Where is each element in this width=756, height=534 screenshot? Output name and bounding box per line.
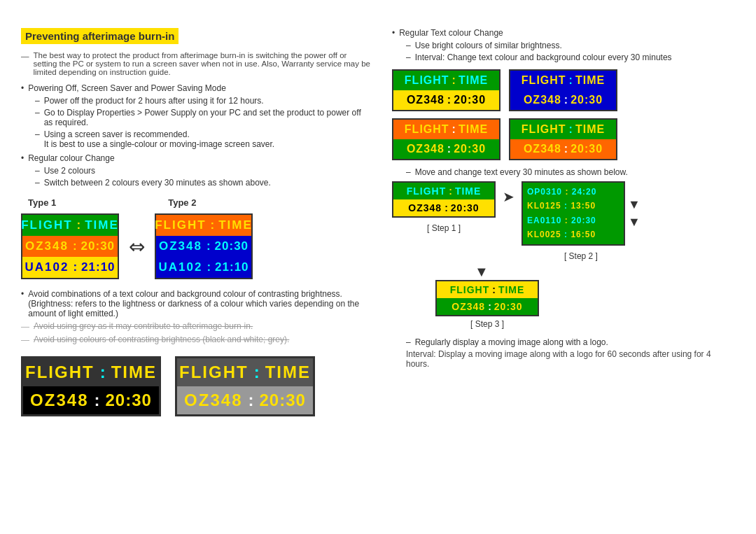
rb4: FLIGHT : TIME OZ348 : 20:30 bbox=[509, 118, 617, 160]
sub-display-text: Go to Display Properties > Power Supply … bbox=[44, 108, 371, 127]
t1-row1: OZ348 : 20:30 bbox=[22, 236, 118, 257]
sub-switch: Switch between 2 colours every 30 minute… bbox=[35, 178, 371, 188]
rb2-colon: : bbox=[569, 74, 573, 87]
type-labels: Type 1 Type 2 bbox=[28, 197, 371, 208]
lb1-time: TIME bbox=[111, 363, 157, 382]
s3-colon: : bbox=[492, 284, 496, 295]
lb1-colon: : bbox=[100, 363, 106, 382]
right-bullet: Regular Text colour Change bbox=[392, 28, 735, 38]
step3-label: [ Step 3 ] bbox=[435, 319, 539, 329]
t2-colon1: : bbox=[206, 239, 211, 253]
bullet-colour-text: Regular colour Change bbox=[28, 153, 114, 163]
s1-oz: OZ348 bbox=[408, 202, 442, 213]
t2-2110: 21:10 bbox=[215, 260, 248, 274]
sub-use2: Use 2 colours bbox=[35, 166, 371, 176]
s3-time: TIME bbox=[498, 284, 524, 295]
rb4-dcolon: : bbox=[564, 143, 568, 155]
rb4-flight: FLIGHT bbox=[522, 123, 566, 136]
move-text-content: Move and change text every 30 minutes as… bbox=[415, 167, 628, 177]
move-text: Move and change text every 30 minutes as… bbox=[406, 167, 735, 177]
t1-oz: OZ348 bbox=[25, 239, 69, 253]
sub-poweroff: Power off the product for 2 hours after … bbox=[35, 96, 371, 106]
t2-oz: OZ348 bbox=[159, 239, 202, 253]
rb2-oz: OZ348 bbox=[524, 94, 561, 106]
t2-ua: UA102 bbox=[158, 260, 202, 274]
t2-colon2: : bbox=[206, 260, 211, 274]
rb2-2030: 20:30 bbox=[570, 94, 603, 106]
right-sub1: Use bright colours of similar brightness… bbox=[406, 41, 735, 50]
right-sub1-text: Use bright colours of similar brightness… bbox=[415, 41, 562, 50]
left-column: Preventing afterimage burn-in The best w… bbox=[21, 28, 371, 416]
lb2-2030: 20:30 bbox=[259, 391, 305, 410]
sub-screensaver: Using a screen saver is recommended.It i… bbox=[35, 129, 371, 149]
s3-flight: FLIGHT bbox=[450, 284, 490, 295]
step3-board: FLIGHT : TIME OZ348 : 20:30 bbox=[435, 280, 539, 316]
intro-text: The best way to protect the product from… bbox=[21, 51, 371, 76]
lb2-flight: FLIGHT bbox=[179, 363, 248, 382]
step3-section: ▼ FLIGHT : TIME OZ348 : 20:30 [ Step 3 ] bbox=[435, 264, 735, 329]
right-column: Regular Text colour Change Use bright co… bbox=[392, 28, 735, 416]
rb3-dcolon: : bbox=[447, 143, 451, 155]
sub-screensaver-text: Using a screen saver is recommended.It i… bbox=[44, 129, 274, 149]
t1-colon1: : bbox=[73, 239, 77, 253]
t1-row2: UA102 : 21:10 bbox=[22, 257, 118, 278]
lb2-time: TIME bbox=[265, 363, 311, 382]
dash-avoid-contrast: Avoid using colours of contrasting brigh… bbox=[21, 335, 371, 345]
rb1-colon: : bbox=[452, 74, 456, 87]
t2-time: TIME bbox=[218, 218, 253, 232]
step1-label: [ Step 1 ] bbox=[427, 223, 461, 233]
type2-label: Type 2 bbox=[168, 197, 196, 208]
avoid-contrast-text: Avoid using colours of contrasting brigh… bbox=[34, 335, 289, 344]
right-sub2: Interval: Change text colour and backgro… bbox=[406, 52, 735, 62]
rb3-flight: FLIGHT bbox=[405, 123, 449, 136]
bullet-colour: Regular colour Change bbox=[21, 153, 371, 163]
lb1-oz: OZ348 bbox=[30, 391, 88, 410]
sub-display-props: Go to Display Properties > Power Supply … bbox=[35, 108, 371, 127]
right-bullet-text: Regular Text colour Change bbox=[399, 28, 503, 38]
arrow-right-icon: ➤ bbox=[503, 188, 514, 205]
double-arrow: ⇔ bbox=[129, 235, 145, 258]
bullet-powering-text: Powering Off, Screen Saver and Power Sav… bbox=[28, 83, 226, 93]
page: Preventing afterimage burn-in The best w… bbox=[0, 0, 756, 444]
dash-avoid-grey: Avoid using grey as it may contribute to… bbox=[21, 321, 371, 332]
rb4-time: TIME bbox=[575, 123, 605, 136]
rb3-2030: 20:30 bbox=[454, 143, 486, 155]
t2-colon-h: : bbox=[211, 218, 215, 232]
arrow-down1-icon: ▼ bbox=[628, 197, 640, 212]
rb1-flight: FLIGHT bbox=[405, 74, 449, 87]
step2-label: [ Step 2 ] bbox=[564, 251, 598, 261]
regular-display-text: Regularly display a moving image along w… bbox=[415, 337, 608, 347]
s3-oz: OZ348 bbox=[451, 301, 485, 312]
t2-flight: FLIGHT bbox=[155, 218, 206, 232]
s2-line2: KL0125 : 13:50 bbox=[527, 199, 620, 213]
rb1-dcolon: : bbox=[447, 94, 451, 106]
right-boards-grid: FLIGHT : TIME OZ348 : 20:30 FLIGHT : bbox=[392, 69, 735, 160]
rb1-time: TIME bbox=[458, 74, 488, 87]
steps-layout: FLIGHT : TIME OZ348 : 20:30 [ Step 1 ] ➤ bbox=[392, 181, 735, 261]
type-boards-row: FLIGHT : TIME OZ348 : 20:30 UA102 : 21:1… bbox=[21, 213, 371, 279]
bullet-avoid-comb: Avoid combinations of a text colour and … bbox=[21, 289, 371, 318]
step1-col: FLIGHT : TIME OZ348 : 20:30 [ Step 1 ] bbox=[392, 181, 496, 233]
type1-board: FLIGHT : TIME OZ348 : 20:30 UA102 : 21:1… bbox=[21, 213, 119, 279]
s1-flight: FLIGHT bbox=[407, 185, 447, 197]
rb2-flight: FLIGHT bbox=[522, 74, 566, 87]
avoid-grey-text: Avoid using grey as it may contribute to… bbox=[34, 321, 253, 331]
t2-2030: 20:30 bbox=[215, 239, 248, 253]
t1-colon-h: : bbox=[77, 218, 81, 232]
t1-flight: FLIGHT bbox=[21, 218, 72, 232]
large-boards: FLIGHT : TIME OZ348 : 20:30 FLIGHT : TIM… bbox=[21, 356, 371, 416]
step2-board: OP0310 : 24:20 KL0125 : 13:50 EA0110 : 2… bbox=[522, 181, 625, 246]
rb1: FLIGHT : TIME OZ348 : 20:30 bbox=[392, 69, 500, 111]
avoid-comb-text: Avoid combinations of a text colour and … bbox=[28, 289, 371, 318]
regular-display-sub: Interval: Display a moving image along w… bbox=[406, 349, 735, 369]
s2-line4: KL0025 : 16:50 bbox=[527, 227, 620, 241]
t2-row2: UA102 : 21:10 bbox=[156, 257, 251, 278]
step2-col: OP0310 : 24:20 KL0125 : 13:50 EA0110 : 2… bbox=[522, 181, 640, 261]
arrow-block1: ➤ bbox=[503, 181, 514, 205]
rb3-oz: OZ348 bbox=[407, 143, 444, 155]
s3-2030: 20:30 bbox=[494, 301, 523, 312]
lb1-2030: 20:30 bbox=[105, 391, 151, 410]
rb2-dcolon: : bbox=[564, 94, 568, 106]
bullet-powering: Powering Off, Screen Saver and Power Sav… bbox=[21, 83, 371, 93]
s2-line1: OP0310 : 24:20 bbox=[527, 185, 620, 199]
